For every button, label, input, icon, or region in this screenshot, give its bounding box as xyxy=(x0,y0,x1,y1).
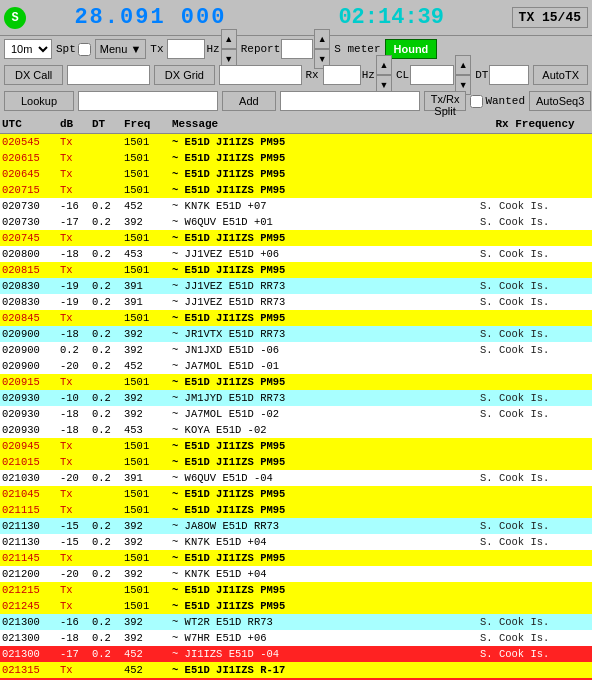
tx-freq-up[interactable]: ▲ xyxy=(221,29,237,49)
dx-grid-button[interactable]: DX Grid xyxy=(154,65,215,85)
cell-utc: 020900 xyxy=(2,360,60,372)
table-row[interactable]: 020930-180.2392~ JA7MOL E51D -02S. Cook … xyxy=(0,406,592,422)
cell-utc: 020915 xyxy=(2,376,60,388)
table-row[interactable]: 020945Tx1501~ E51D JI1IZS PM95 xyxy=(0,438,592,454)
cell-message: ~ E51D JI1IZS PM95 xyxy=(172,584,480,596)
cell-utc: 020900 xyxy=(2,328,60,340)
cell-message: ~ JR1VTX E51D RR73 xyxy=(172,328,480,340)
add-input[interactable] xyxy=(280,91,420,111)
cell-message: ~ E51D JI1IZS PM95 xyxy=(172,312,480,324)
cell-freq: 1501 xyxy=(124,136,172,148)
table-row[interactable]: 0209000.20.2392~ JN1JXD E51D -06S. Cook … xyxy=(0,342,592,358)
table-row[interactable]: 021015Tx1501~ E51D JI1IZS PM95 xyxy=(0,454,592,470)
cell-freq: 392 xyxy=(124,392,172,404)
table-row[interactable]: 020730-160.2452~ KN7K E51D +07S. Cook Is… xyxy=(0,198,592,214)
table-row[interactable]: 020915Tx1501~ E51D JI1IZS PM95 xyxy=(0,374,592,390)
add-button[interactable]: Add xyxy=(222,91,276,111)
wanted-checkbox[interactable] xyxy=(470,95,483,108)
table-row[interactable]: 020745Tx1501~ E51D JI1IZS PM95 xyxy=(0,230,592,246)
table-row[interactable]: 021300-180.2392~ W7HR E51D +06S. Cook Is… xyxy=(0,630,592,646)
dx-call-button[interactable]: DX Call xyxy=(4,65,63,85)
report-group: Report -17 ▲ ▼ xyxy=(241,29,331,69)
dx-call-input[interactable] xyxy=(67,65,150,85)
cell-rxfreq: S. Cook Is. xyxy=(480,344,590,356)
table-row[interactable]: 020730-170.2392~ W6QUV E51D +01S. Cook I… xyxy=(0,214,592,230)
lookup-button[interactable]: Lookup xyxy=(4,91,74,111)
table-row[interactable]: 020815Tx1501~ E51D JI1IZS PM95 xyxy=(0,262,592,278)
col-message: Message xyxy=(172,118,480,130)
table-row[interactable]: 020545Tx1501~ E51D JI1IZS PM95 xyxy=(0,134,592,150)
autotx-button[interactable]: AutoTX xyxy=(533,65,588,85)
cell-message: ~ E51D JI1IZS R-17 xyxy=(172,664,480,676)
cell-freq: 392 xyxy=(124,408,172,420)
table-row[interactable]: 020930-180.2453~ KOYA E51D -02 xyxy=(0,422,592,438)
col-utc: UTC xyxy=(2,118,60,130)
table-row[interactable]: 020830-190.2391~ JJ1VEZ E51D RR73S. Cook… xyxy=(0,278,592,294)
lookup-input[interactable] xyxy=(78,91,218,111)
cell-freq: 1501 xyxy=(124,488,172,500)
cell-db: -20 xyxy=(60,568,92,580)
table-row[interactable]: 021145Tx1501~ E51D JI1IZS PM95 xyxy=(0,550,592,566)
table-row[interactable]: 021030-200.2391~ W6QUV E51D -04S. Cook I… xyxy=(0,470,592,486)
report-up[interactable]: ▲ xyxy=(314,29,330,49)
table-row[interactable]: 020645Tx1501~ E51D JI1IZS PM95 xyxy=(0,166,592,182)
tx-freq-input[interactable]: 452 xyxy=(167,39,205,59)
cl-up[interactable]: ▲ xyxy=(455,55,471,75)
cell-utc: 021045 xyxy=(2,488,60,500)
controls-row3: DX Call DX Grid Rx 452 Hz ▲ ▼ CL 100 % ▲… xyxy=(0,62,592,88)
cell-message: ~ E51D JI1IZS PM95 xyxy=(172,136,480,148)
cell-freq: 1501 xyxy=(124,456,172,468)
message-table[interactable]: 020545Tx1501~ E51D JI1IZS PM95020615Tx15… xyxy=(0,134,592,680)
table-row[interactable]: 021130-150.2392~ KN7K E51D +04S. Cook Is… xyxy=(0,534,592,550)
spt-checkbox[interactable] xyxy=(78,43,91,56)
cell-rxfreq: S. Cook Is. xyxy=(480,392,590,404)
col-freq: Freq xyxy=(124,118,172,130)
table-row[interactable]: 021315Tx452~ E51D JI1IZS R-17 xyxy=(0,662,592,678)
table-row[interactable]: 021300-160.2392~ WT2R E51D RR73S. Cook I… xyxy=(0,614,592,630)
col-rxfreq: Rx Frequency xyxy=(480,118,590,130)
table-row[interactable]: 021045Tx1501~ E51D JI1IZS PM95 xyxy=(0,486,592,502)
table-row[interactable]: 021130-150.2392~ JA8OW E51D RR73S. Cook … xyxy=(0,518,592,534)
cell-message: ~ W7HR E51D +06 xyxy=(172,632,480,644)
table-row[interactable]: 020830-190.2391~ JJ1VEZ E51D RR73S. Cook… xyxy=(0,294,592,310)
report-input[interactable]: -17 xyxy=(281,39,313,59)
cell-freq: 392 xyxy=(124,632,172,644)
cell-freq: 452 xyxy=(124,664,172,676)
table-row[interactable]: 021115Tx1501~ E51D JI1IZS PM95 xyxy=(0,502,592,518)
cell-message: ~ E51D JI1IZS PM95 xyxy=(172,232,480,244)
table-row[interactable]: 020900-180.2392~ JR1VTX E51D RR73S. Cook… xyxy=(0,326,592,342)
table-row[interactable]: 021245Tx1501~ E51D JI1IZS PM95 xyxy=(0,598,592,614)
cell-message: ~ KN7K E51D +07 xyxy=(172,200,480,212)
dx-grid-input[interactable] xyxy=(219,65,302,85)
menu-button[interactable]: Menu ▼ xyxy=(95,39,146,59)
dt-group: DT 0.0 s xyxy=(475,65,529,85)
rx-freq-up[interactable]: ▲ xyxy=(376,55,392,75)
cell-db: -16 xyxy=(60,200,92,212)
rx-freq-input[interactable]: 452 xyxy=(323,65,361,85)
table-row[interactable]: 020800-180.2453~ JJ1VEZ E51D +06S. Cook … xyxy=(0,246,592,262)
txrx-split-button[interactable]: Tx/Rx Split xyxy=(424,91,467,111)
table-row[interactable]: 021200-200.2392~ KN7K E51D +04 xyxy=(0,566,592,582)
cell-utc: 020615 xyxy=(2,152,60,164)
cell-message: ~ JA7MOL E51D -01 xyxy=(172,360,480,372)
status-indicator: S xyxy=(4,7,26,29)
band-select[interactable]: 10m xyxy=(4,39,52,59)
table-row[interactable]: 021215Tx1501~ E51D JI1IZS PM95 xyxy=(0,582,592,598)
cell-freq: 453 xyxy=(124,248,172,260)
cell-message: ~ E51D JI1IZS PM95 xyxy=(172,440,480,452)
table-header: UTC dB DT Freq Message Rx Frequency xyxy=(0,114,592,134)
table-row[interactable]: 020845Tx1501~ E51D JI1IZS PM95 xyxy=(0,310,592,326)
cell-message: ~ E51D JI1IZS PM95 xyxy=(172,552,480,564)
dt-input[interactable]: 0.0 s xyxy=(489,65,529,85)
table-row[interactable]: 020615Tx1501~ E51D JI1IZS PM95 xyxy=(0,150,592,166)
autoseq-button[interactable]: AutoSeq3 xyxy=(529,91,591,111)
table-row[interactable]: 020715Tx1501~ E51D JI1IZS PM95 xyxy=(0,182,592,198)
cell-freq: 1501 xyxy=(124,152,172,164)
table-row[interactable]: 020930-100.2392~ JM1JYD E51D RR73S. Cook… xyxy=(0,390,592,406)
cl-input[interactable]: 100 % xyxy=(410,65,454,85)
report-label: Report xyxy=(241,43,281,55)
cell-utc: 021115 xyxy=(2,504,60,516)
table-row[interactable]: 020900-200.2452~ JA7MOL E51D -01 xyxy=(0,358,592,374)
table-row[interactable]: 021300-170.2452~ JI1IZS E51D -04S. Cook … xyxy=(0,646,592,662)
cell-utc: 020800 xyxy=(2,248,60,260)
